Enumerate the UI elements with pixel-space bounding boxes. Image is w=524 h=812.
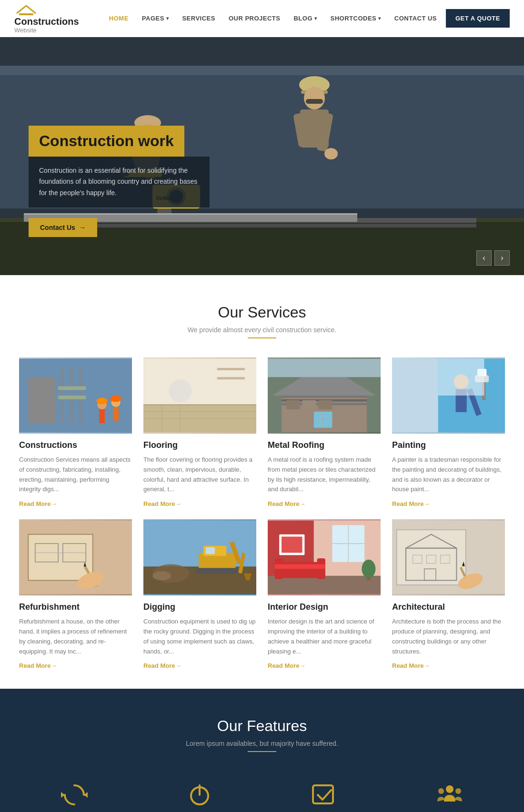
features-section: Our Features Lorem ipsum availables, but… (0, 689, 524, 812)
service-desc-0: Construction Services means all aspects … (19, 455, 132, 495)
main-nav: HOME PAGES ▾ SERVICES OUR PROJECTS BLOG … (109, 15, 437, 22)
svg-rect-77 (438, 359, 484, 396)
service-desc-2: A metal roof is a roofing system made fr… (268, 455, 381, 495)
svg-rect-64 (318, 400, 332, 409)
svg-point-53 (169, 379, 191, 402)
service-card-painting: Painting A painter is a tradesman respon… (392, 357, 505, 508)
service-readmore-2[interactable]: Read More→ (268, 500, 305, 507)
logo: Constructions Website (14, 3, 100, 34)
service-card-roofing: Metal Roofing A metal roof is a roofing … (268, 357, 381, 508)
refresh-icon (60, 781, 89, 809)
service-readmore-5[interactable]: Read More→ (143, 662, 181, 669)
nav-projects[interactable]: OUR PROJECTS (229, 15, 281, 22)
svg-point-24 (324, 148, 338, 159)
nav-services[interactable]: SERVICES (182, 15, 215, 22)
services-divider (248, 337, 276, 338)
service-readmore-1[interactable]: Read More→ (143, 500, 181, 507)
features-grid: Fast Service Fast service is a schedulin… (19, 776, 505, 812)
svg-point-44 (111, 396, 121, 402)
service-name-5: Digging (143, 602, 256, 612)
hero-content: Construction work Construction is an ess… (29, 126, 210, 237)
check-icon (310, 781, 339, 809)
chevron-down-icon: ▾ (314, 16, 317, 21)
hero-cta-button[interactable]: Contact Us → (29, 218, 97, 237)
svg-rect-54 (217, 368, 245, 370)
svg-rect-79 (28, 535, 92, 581)
service-name-1: Flooring (143, 440, 256, 450)
svg-point-98 (152, 571, 171, 580)
svg-rect-38 (58, 396, 86, 399)
nav-shortcodes[interactable]: SHORTCODES ▾ (331, 15, 381, 22)
svg-rect-40 (99, 409, 105, 423)
nav-contact[interactable]: CONTACT US (394, 15, 437, 22)
services-subtitle: We provide almost every civil constructi… (19, 326, 505, 334)
service-readmore-6[interactable]: Read More→ (268, 662, 305, 669)
nav-pages[interactable]: PAGES ▾ (142, 15, 169, 22)
features-subtitle: Lorem ipsum availables, but majority hav… (19, 740, 505, 747)
service-image-interior (268, 519, 381, 595)
service-image-architectural (392, 519, 505, 595)
service-image-constructions (19, 357, 132, 434)
service-desc-7: Architecture is both the process and the… (392, 617, 505, 656)
service-card-architectural: Architectural Architecture is both the p… (392, 519, 505, 670)
service-desc-3: A painter is a tradesman responsible for… (392, 455, 505, 495)
svg-rect-55 (217, 377, 245, 379)
service-name-6: Interior Design (268, 602, 381, 612)
hero-section: DeWalt Construction work Construction is… (0, 37, 524, 275)
service-image-roofing (268, 357, 381, 434)
svg-point-132 (438, 788, 444, 794)
feature-card-quality: High Quality Work Quality work is an imp… (269, 776, 380, 812)
svg-rect-63 (302, 400, 316, 409)
nav-home[interactable]: HOME (109, 15, 129, 22)
logo-subtitle: Website (14, 27, 37, 34)
svg-rect-3 (0, 66, 524, 75)
service-readmore-7[interactable]: Read More→ (392, 662, 430, 669)
power-icon (185, 781, 214, 809)
service-name-7: Architectural (392, 602, 505, 612)
svg-rect-106 (275, 564, 325, 569)
feature-card-expert-team: Expert Team With the help of an expert t… (394, 776, 505, 812)
svg-rect-59 (282, 396, 367, 398)
svg-rect-68 (268, 359, 381, 377)
svg-rect-92 (206, 547, 215, 555)
services-section: Our Services We provide almost every civ… (0, 275, 524, 689)
nav-blog[interactable]: BLOG ▾ (293, 15, 317, 22)
service-image-refurbishment (19, 519, 132, 595)
service-readmore-4[interactable]: Read More→ (19, 662, 57, 669)
svg-rect-115 (397, 530, 466, 585)
service-desc-6: Interior design is the art and science o… (268, 617, 381, 656)
service-desc-1: The floor covering or flooring provides … (143, 455, 256, 495)
logo-title: Constructions (14, 16, 79, 27)
svg-rect-108 (282, 537, 302, 553)
service-readmore-3[interactable]: Read More→ (392, 500, 430, 507)
svg-rect-20 (306, 99, 323, 104)
svg-rect-130 (313, 785, 333, 803)
service-image-painting (392, 357, 505, 434)
service-card-digging: Digging Construction equipment is used t… (143, 519, 256, 670)
features-divider (248, 751, 276, 752)
svg-point-133 (455, 788, 461, 794)
hero-title: Construction work (39, 132, 174, 150)
hero-next-button[interactable]: › (494, 250, 510, 266)
feature-card-fast-service: Fast Service Fast service is a schedulin… (19, 776, 130, 812)
service-card-refurbishment: Refurbishment Refurbishment a house, on … (19, 519, 132, 670)
service-readmore-0[interactable]: Read More→ (19, 500, 57, 507)
svg-point-113 (362, 560, 375, 578)
hero-cta-label: Contact Us (40, 224, 75, 231)
get-quote-button[interactable]: GET A QUOTE (446, 9, 510, 28)
svg-rect-62 (286, 400, 300, 409)
chevron-down-icon: ▾ (166, 16, 169, 21)
logo-icon (14, 3, 38, 16)
svg-rect-93 (196, 568, 238, 574)
hero-description-box: Construction is an essential front for s… (29, 157, 210, 208)
service-desc-4: Refurbishment a house, on the other hand… (19, 617, 132, 656)
hero-description: Construction is an essential front for s… (39, 165, 199, 199)
service-card-constructions: Constructions Construction Services mean… (19, 357, 132, 508)
hero-prev-button[interactable]: ‹ (476, 250, 492, 266)
service-card-interior: Interior Design Interior design is the a… (268, 519, 381, 670)
svg-point-43 (97, 398, 108, 405)
svg-point-131 (446, 785, 453, 793)
feature-card-secure-work: Secure Work Security within construction… (144, 776, 255, 812)
features-title: Our Features (19, 717, 505, 735)
service-name-0: Constructions (19, 440, 132, 450)
